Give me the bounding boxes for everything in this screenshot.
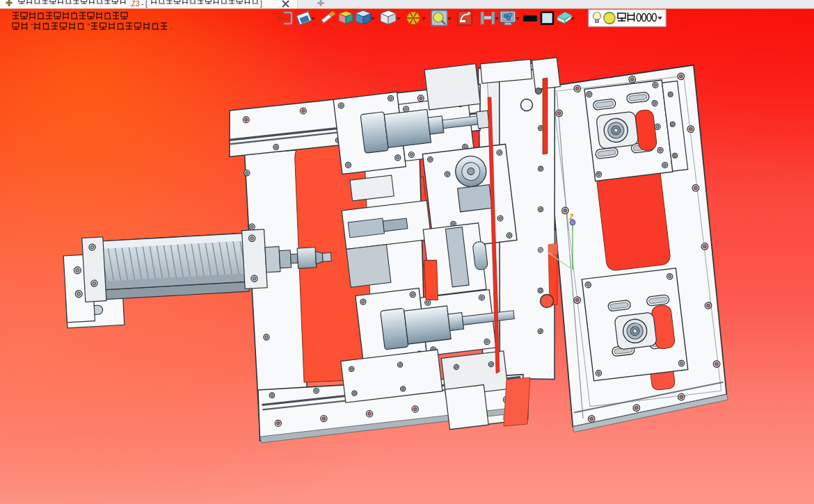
- svg-text:.: .: [170, 22, 172, 31]
- svg-text:.Z3: .Z3: [129, 0, 140, 8]
- svg-text:]: ]: [260, 0, 262, 8]
- svg-text:": ": [31, 22, 33, 31]
- svg-text:": ": [87, 22, 90, 31]
- svg-text:- [: - [: [141, 0, 147, 8]
